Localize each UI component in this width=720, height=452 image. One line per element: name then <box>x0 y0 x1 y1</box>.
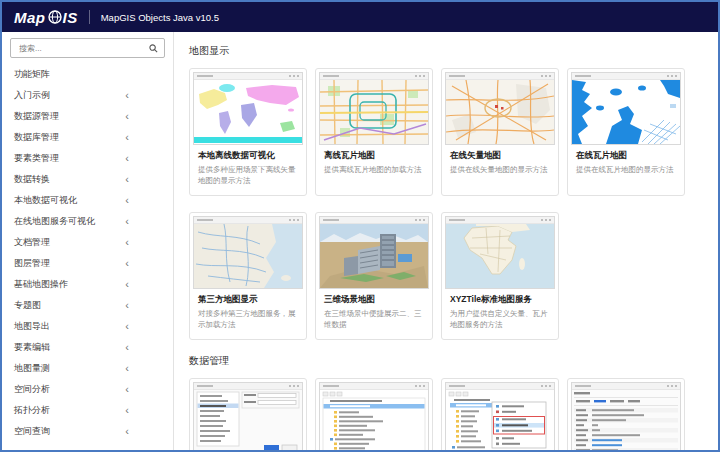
thumb-window-titlebar <box>446 73 554 80</box>
thumb-datasource-config-dialog <box>193 382 303 451</box>
card-offline-tile-map[interactable]: 离线瓦片地图 提供离线瓦片地图的加载方法 <box>315 68 433 196</box>
chevron-collapsed-icon: ‹ <box>125 300 129 311</box>
logo-text-map: Map <box>14 10 46 25</box>
card-database-common-ops[interactable]: 数据库常用操作 <box>441 378 559 451</box>
sidebar-item-layer-mgmt[interactable]: 图层管理 ‹ <box>2 253 173 274</box>
sidebar-item-label: 功能矩阵 <box>14 68 50 81</box>
card-title: 在线矢量地图 <box>450 150 550 162</box>
thumb-catalog-context-menu <box>445 382 555 451</box>
card-third-party-map[interactable]: 第三方地图显示 对接多种第三方地图服务，展示加载方法 <box>189 212 307 340</box>
sidebar-item-online-map-visualization[interactable]: 在线地图服务可视化 ‹ <box>2 211 173 232</box>
chevron-collapsed-icon: ‹ <box>125 237 129 248</box>
card-description: 在三维场景中便捷展示二、三维数据 <box>324 309 424 331</box>
sidebar-item-document-mgmt[interactable]: 文档管理 ‹ <box>2 232 173 253</box>
chevron-collapsed-icon: ‹ <box>125 195 129 206</box>
search-box[interactable] <box>10 38 165 58</box>
sidebar-item-feature-edit[interactable]: 要素编辑 ‹ <box>2 337 173 358</box>
sidebar-item-label: 空间查询 <box>14 425 50 438</box>
sidebar-item-label: 数据转换 <box>14 173 50 186</box>
sidebar-item-label: 地图导出 <box>14 320 50 333</box>
sidebar-item-database-mgmt[interactable]: 数据库管理 ‹ <box>2 127 173 148</box>
sidebar-item-function-matrix[interactable]: 功能矩阵 <box>2 64 173 85</box>
card-description: 提供多种应用场景下离线矢量地图的显示方法 <box>198 165 298 187</box>
sidebar-item-datasource-mgmt[interactable]: 数据源管理 ‹ <box>2 106 173 127</box>
app-window: Map IS MapGIS Objects Java v10.5 <box>0 0 720 452</box>
thumb-window-titlebar <box>320 73 428 80</box>
map-display-card-grid: 本地离线数据可视化 提供多种应用场景下离线矢量地图的显示方法 <box>189 68 714 340</box>
card-online-tile-map[interactable]: 在线瓦片地图 提供在线瓦片地图的显示方法 <box>567 68 685 196</box>
chevron-collapsed-icon: ‹ <box>125 216 129 227</box>
card-featureclass-info[interactable]: 要素类信息 <box>567 378 685 451</box>
card-get-databases-from-source[interactable]: 获取数据源中的数据库 <box>315 378 433 451</box>
app-title: MapGIS Objects Java v10.5 <box>101 12 219 23</box>
sidebar-item-spatial-analysis[interactable]: 空间分析 ‹ <box>2 379 173 400</box>
card-description: 提供在线瓦片地图的显示方法 <box>576 165 676 176</box>
sidebar-item-label: 拓扑分析 <box>14 404 50 417</box>
card-xyztile-standard-service[interactable]: XYZTile标准地图服务 为用户提供自定义矢量、瓦片地图服务的方法 <box>441 212 559 340</box>
sidebar-item-thematic-map[interactable]: 专题图 ‹ <box>2 295 173 316</box>
thumb-3d-building-scene <box>319 216 429 289</box>
thumb-featureclass-properties-panel <box>571 382 681 451</box>
sidebar-item-topology-analysis[interactable]: 拓扑分析 ‹ <box>2 400 173 421</box>
chevron-collapsed-icon: ‹ <box>125 321 129 332</box>
section-title-data-management: 数据管理 <box>189 354 714 368</box>
section-title-map-display: 地图显示 <box>189 44 714 58</box>
chevron-collapsed-icon: ‹ <box>125 111 129 122</box>
sidebar-item-label: 本地数据可视化 <box>14 194 77 207</box>
card-title: XYZTile标准地图服务 <box>450 294 550 306</box>
thumb-window-titlebar <box>194 383 302 390</box>
thumb-coastline-tile-map <box>571 72 681 145</box>
card-title: 第三方地图显示 <box>198 294 298 306</box>
sidebar-item-label: 基础地图操作 <box>14 278 68 291</box>
logo-text-is: IS <box>63 10 78 25</box>
header-separator <box>89 10 90 24</box>
card-datasource-config[interactable]: 数据源配置 <box>189 378 307 451</box>
main-content: 地图显示 <box>174 32 718 450</box>
card-3d-scene-map[interactable]: 三维场景地图 在三维场景中便捷展示二、三维数据 <box>315 212 433 340</box>
card-local-offline-visualization[interactable]: 本地离线数据可视化 提供多种应用场景下离线矢量地图的显示方法 <box>189 68 307 196</box>
chevron-collapsed-icon: ‹ <box>125 405 129 416</box>
sidebar-item-getting-started[interactable]: 入门示例 ‹ <box>2 85 173 106</box>
thumb-window-titlebar <box>446 383 554 390</box>
app-header: Map IS MapGIS Objects Java v10.5 <box>2 2 718 32</box>
globe-icon <box>48 10 62 26</box>
sidebar-item-label: 空间分析 <box>14 383 50 396</box>
sidebar-item-local-visualization[interactable]: 本地数据可视化 ‹ <box>2 190 173 211</box>
search-input[interactable] <box>17 43 149 54</box>
chevron-collapsed-icon: ‹ <box>125 90 129 101</box>
sidebar-item-label: 在线地图服务可视化 <box>14 215 95 228</box>
chevron-collapsed-icon: ‹ <box>125 363 129 374</box>
thumb-road-network-map <box>445 72 555 145</box>
search-icon[interactable] <box>149 39 158 57</box>
card-title: 三维场景地图 <box>324 294 424 306</box>
thumb-window-titlebar <box>320 217 428 224</box>
sidebar-item-label: 入门示例 <box>14 89 50 102</box>
sidebar-item-spatial-query[interactable]: 空间查询 ‹ <box>2 421 173 442</box>
thumb-window-titlebar <box>572 73 680 80</box>
sidebar-item-map-measure[interactable]: 地图量测 ‹ <box>2 358 173 379</box>
chevron-collapsed-icon: ‹ <box>125 342 129 353</box>
sidebar-item-label: 要素编辑 <box>14 341 50 354</box>
sidebar-item-label: 图层管理 <box>14 257 50 270</box>
card-description: 对接多种第三方地图服务，展示加载方法 <box>198 309 298 331</box>
thumb-window-titlebar <box>194 73 302 80</box>
mapgis-logo: Map IS <box>14 9 78 25</box>
chevron-collapsed-icon: ‹ <box>125 174 129 185</box>
thumb-river-coast-map <box>193 216 303 289</box>
sidebar-item-data-conversion[interactable]: 数据转换 ‹ <box>2 169 173 190</box>
thumb-city-street-map <box>319 72 429 145</box>
chevron-collapsed-icon: ‹ <box>125 153 129 164</box>
sidebar: 功能矩阵 入门示例 ‹ 数据源管理 ‹ 数据库管理 ‹ 要素类管理 ‹ 数据转换… <box>2 32 174 450</box>
chevron-collapsed-icon: ‹ <box>125 132 129 143</box>
thumb-africa-map <box>445 216 555 289</box>
card-online-vector-map[interactable]: 在线矢量地图 提供在线矢量地图的显示方法 <box>441 68 559 196</box>
sidebar-item-label: 地图量测 <box>14 362 50 375</box>
thumb-world-vector-map <box>193 72 303 145</box>
card-description: 为用户提供自定义矢量、瓦片地图服务的方法 <box>450 309 550 331</box>
chevron-collapsed-icon: ‹ <box>125 384 129 395</box>
sidebar-item-featureclass-mgmt[interactable]: 要素类管理 ‹ <box>2 148 173 169</box>
sidebar-item-label: 文档管理 <box>14 236 50 249</box>
sidebar-item-basic-map-ops[interactable]: 基础地图操作 ‹ <box>2 274 173 295</box>
sidebar-item-map-export[interactable]: 地图导出 ‹ <box>2 316 173 337</box>
card-title: 离线瓦片地图 <box>324 150 424 162</box>
